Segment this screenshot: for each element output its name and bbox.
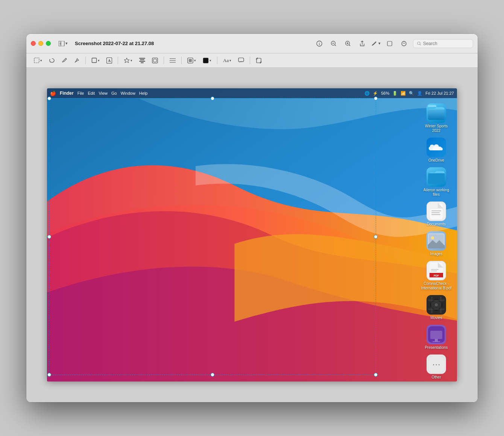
desktop-icon-images[interactable]: Images (419, 230, 453, 258)
search-icon-menubar[interactable]: 🔍 (409, 91, 414, 96)
desktop-screenshot: 🍎 Finder File Edit View Go Window Help 🌐… (47, 88, 457, 382)
svg-rect-31 (189, 59, 192, 62)
zoom-out-button[interactable] (328, 38, 339, 49)
color-picker-button[interactable]: ▾ (200, 56, 214, 65)
svg-rect-46 (431, 212, 440, 213)
desktop-icon-onedrive[interactable]: OneDrive (419, 136, 453, 164)
svg-rect-67 (433, 341, 440, 342)
rect-shape-button[interactable]: ▾ (89, 56, 102, 64)
apple-logo: 🍎 (50, 91, 56, 96)
svg-rect-66 (435, 339, 438, 341)
wifi-icon: 📶 (401, 91, 406, 96)
maximize-button[interactable] (46, 41, 51, 46)
shape-fill-button[interactable]: ▾ (185, 56, 198, 65)
text-style-label: Aa (223, 58, 229, 64)
svg-rect-22 (140, 59, 144, 60)
svg-rect-24 (141, 62, 144, 63)
close-button[interactable] (31, 41, 36, 46)
datetime: Fri 22 Jul 21:27 (425, 91, 454, 95)
share-button[interactable] (357, 38, 367, 49)
svg-rect-47 (431, 214, 440, 215)
window-menu[interactable]: Window (121, 91, 135, 95)
separator-6 (250, 57, 250, 64)
markup-circle-button[interactable] (399, 38, 409, 49)
svg-rect-25 (152, 58, 158, 63)
content-area: 🍎 Finder File Edit View Go Window Help 🌐… (26, 68, 478, 402)
audio-icon: ⚡ (373, 91, 378, 96)
search-icon (417, 41, 421, 46)
svg-rect-32 (203, 58, 208, 63)
desktop-icon-coronacheck[interactable]: PDF CoronaCheck - International B.pdf (419, 259, 453, 292)
svg-rect-18 (92, 58, 97, 63)
search-input[interactable] (423, 41, 469, 46)
zoom-in-button[interactable] (343, 38, 353, 49)
window-resize-button[interactable] (384, 38, 395, 49)
documents-label: Documents (427, 222, 446, 227)
onedrive-label: OneDrive (428, 158, 444, 163)
finder-menu[interactable]: Finder (60, 91, 74, 96)
movies-icon (427, 295, 446, 315)
svg-point-15 (417, 42, 420, 44)
svg-text:PDF: PDF (434, 274, 439, 277)
text-tool-button[interactable]: A (104, 56, 114, 65)
svg-line-11 (349, 45, 350, 46)
separator-4 (181, 57, 182, 64)
sidebar-toggle-chevron: ▾ (65, 41, 68, 46)
toolbar: ▾ ▾ A (26, 53, 478, 68)
desktop-icon-aileron[interactable]: Aileron working files (419, 166, 453, 198)
svg-text:⋯: ⋯ (432, 360, 440, 369)
sidebar-toggle-button[interactable]: ▾ (57, 40, 70, 47)
pencil-tool-button[interactable] (59, 56, 70, 64)
desktop-icon-documents[interactable]: Documents (419, 200, 453, 228)
svg-point-14 (402, 41, 406, 46)
other-icon: ⋯ (427, 354, 446, 374)
desktop-icon-movies[interactable]: Movies (419, 294, 453, 322)
minimize-button[interactable] (38, 41, 43, 46)
file-menu[interactable]: File (77, 91, 84, 95)
movies-label: Movies (430, 316, 442, 320)
lasso-button[interactable] (47, 56, 57, 65)
pen-dropdown-arrow: ▾ (378, 41, 381, 46)
images-icon (427, 231, 446, 251)
svg-rect-42 (428, 109, 445, 120)
svg-point-59 (435, 303, 438, 306)
traffic-lights (31, 41, 51, 46)
pen-tool-button-2[interactable] (72, 56, 82, 64)
info-button[interactable]: i (314, 38, 325, 49)
svg-rect-62 (431, 297, 433, 313)
presentations-icon (427, 325, 446, 344)
distribute-button[interactable] (167, 57, 178, 64)
preview-container: 🍎 Finder File Edit View Go Window Help 🌐… (47, 77, 457, 393)
globe-icon: 🌐 (364, 91, 370, 96)
mac-menubar: 🍎 Finder File Edit View Go Window Help 🌐… (47, 88, 457, 98)
separator-2 (118, 57, 118, 64)
desktop-icon-other[interactable]: ⋯ Other (419, 353, 453, 381)
desktop-icon-winter-sports[interactable]: Winter Sports 2022 (419, 102, 453, 135)
stamp-button[interactable]: ▾ (121, 56, 135, 65)
edit-menu[interactable]: Edit (88, 91, 95, 95)
other-label: Other (431, 375, 441, 380)
svg-rect-60 (428, 300, 445, 301)
svg-rect-54 (431, 269, 439, 270)
view-menu[interactable]: View (99, 91, 108, 95)
rect-select-button[interactable]: ▾ (32, 56, 44, 64)
svg-point-50 (431, 236, 434, 239)
mask-button[interactable] (150, 56, 160, 65)
align-button[interactable] (137, 57, 147, 64)
battery-label: 56% (381, 91, 389, 95)
winter-sports-label: Winter Sports 2022 (421, 124, 452, 133)
crop-button[interactable] (254, 56, 264, 65)
search-box[interactable] (413, 39, 473, 48)
user-icon: 👤 (417, 91, 422, 96)
aileron-label: Aileron working files (421, 188, 452, 197)
help-menu[interactable]: Help (139, 91, 148, 95)
images-label: Images (430, 252, 443, 256)
svg-text:A: A (108, 59, 111, 63)
svg-rect-13 (387, 41, 392, 46)
pen-tool-button[interactable]: ▾ (371, 41, 381, 47)
comment-button[interactable] (236, 56, 246, 64)
text-style-button[interactable]: Aa ▾ (221, 56, 234, 65)
menubar-right: 🌐 ⚡ 56% 🔋 📶 🔍 👤 Fri 22 Jul 21:27 (364, 91, 454, 96)
go-menu[interactable]: Go (111, 91, 117, 95)
desktop-icon-presentations[interactable]: Presentations (419, 323, 453, 351)
